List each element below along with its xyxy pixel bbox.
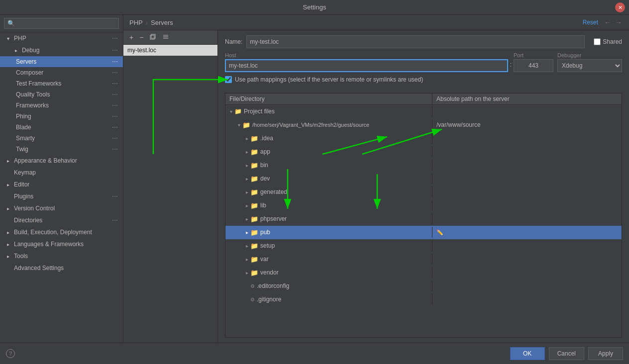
sidebar-item-directories[interactable]: Directories ⋯ [0,214,123,226]
sidebar-item-frameworks[interactable]: Frameworks ⋯ [0,100,123,111]
ok-button[interactable]: OK [510,347,545,360]
use-path-mappings-row: Use path mappings (select if the server … [225,76,622,83]
tree-row-editorconfig[interactable]: ⚙ .editorconfig [225,279,622,293]
settings-icon-plugins: ⋯ [112,193,119,200]
tree-row-var[interactable]: ▸ 📁 var [225,253,622,266]
sidebar-item-twig[interactable]: Twig ⋯ [0,144,123,155]
name-input[interactable] [246,35,585,48]
bin-icon: 📁 [250,162,258,169]
tree-row-app[interactable]: ▸ 📁 app [225,145,622,159]
tree-row-vendor[interactable]: ▸ 📁 vendor [225,266,622,279]
breadcrumb-php: PHP [129,19,143,26]
expand-bin[interactable]: ▸ [243,163,250,168]
host-input[interactable] [225,59,508,72]
cancel-button[interactable]: Cancel [549,347,584,360]
sidebar-item-servers[interactable]: Servers ⋯ [0,56,123,67]
bin-label: bin [260,162,268,169]
server-item[interactable]: my-test.loc [123,45,217,56]
expand-phpserver[interactable]: ▸ [243,216,250,222]
expand-lib[interactable]: ▸ [243,203,250,208]
sidebar-label-editor: Editor [14,181,29,188]
file-tree[interactable]: File/Directory Absolute path on the serv… [225,93,622,338]
tree-row-project-files[interactable]: ▾ 📁 Project files [225,105,622,118]
help-button[interactable]: ? [6,349,15,358]
shared-row: Shared [594,38,622,45]
expand-project-files[interactable]: ▾ [227,109,234,114]
settings-icon-quality: ⋯ [112,91,119,98]
debugger-label: Debugger [557,52,622,58]
port-input[interactable] [514,59,553,72]
sidebar-item-appearance[interactable]: ▸ Appearance & Behavior [0,155,123,167]
tree-row-generated[interactable]: ▸ 📁 generated [225,185,622,199]
forward-button[interactable]: → [614,18,623,26]
reset-button[interactable]: Reset [580,18,601,27]
sidebar-item-advanced[interactable]: Advanced Settings [0,262,123,274]
sidebar-label-phing: Phing [16,113,31,120]
tree-row-idea[interactable]: ▸ 📁 .idea [225,132,622,145]
sidebar-item-phing[interactable]: Phing ⋯ [0,111,123,122]
sidebar-item-tools[interactable]: ▸ Tools [0,250,123,262]
breadcrumb-separator: › [146,19,148,26]
port-label: Port [514,52,553,58]
tree-row-lib[interactable]: ▸ 📁 lib [225,199,622,212]
tree-row-bin[interactable]: ▸ 📁 bin [225,159,622,172]
idea-label: .idea [260,135,273,142]
settings-icon: ⋯ [112,35,119,42]
tree-row-setup[interactable]: ▸ 📁 setup [225,239,622,253]
sidebar-label-smarty: Smarty [16,135,35,142]
project-files-icon: 📁 [234,108,242,115]
expand-var[interactable]: ▸ [243,257,250,262]
expand-generated[interactable]: ▸ [243,189,250,195]
sidebar-label-languages: Languages & Frameworks [14,241,84,248]
sidebar-item-languages[interactable]: ▸ Languages & Frameworks [0,238,123,250]
tree-row-pub[interactable]: ▸ 📁 pub ✏️ [225,226,622,239]
tree-row-gitignore[interactable]: ⚙ .gitignore [225,293,622,306]
expand-dev[interactable]: ▸ [243,176,250,182]
expand-pub[interactable]: ▸ [243,230,250,235]
sidebar-item-quality-tools[interactable]: Quality Tools ⋯ [0,89,123,100]
add-server-button[interactable]: + [127,33,135,42]
tree-row-dev[interactable]: ▸ 📁 dev [225,172,622,185]
shared-checkbox[interactable] [594,38,601,45]
sidebar-item-version-control[interactable]: ▸ Version Control [0,202,123,214]
tree-row-phpserver[interactable]: ▸ 📁 phpserver [225,212,622,226]
expand-icon-lang: ▸ [4,240,12,248]
back-button[interactable]: ← [603,18,612,26]
expand-source[interactable]: ▾ [235,122,242,128]
title-bar: Settings ✕ [0,0,629,15]
servers-toolbar: + − [123,30,217,45]
expand-vendor[interactable]: ▸ [243,270,250,275]
sidebar-item-smarty[interactable]: Smarty ⋯ [0,133,123,144]
sidebar-label-quality-tools: Quality Tools [16,91,50,98]
remove-server-button[interactable]: − [137,33,145,42]
sidebar-item-build[interactable]: ▸ Build, Execution, Deployment [0,226,123,238]
tree-row-source[interactable]: ▾ 📁 /home/serj/Vagrant_VMs/m2fresh2/gues… [225,118,622,132]
move-server-button[interactable] [160,32,171,42]
expand-setup[interactable]: ▸ [243,243,250,249]
sidebar-item-plugins[interactable]: Plugins ⋯ [0,190,123,202]
settings-icon-smarty: ⋯ [112,135,119,142]
expand-idea[interactable]: ▸ [243,136,250,141]
apply-button[interactable]: Apply [588,347,623,360]
search-input[interactable] [4,18,119,29]
sidebar-item-blade[interactable]: Blade ⋯ [0,122,123,133]
sidebar-item-editor[interactable]: ▸ Editor [0,179,123,190]
app-label: app [260,148,270,155]
sidebar-item-debug[interactable]: ▸ Debug ⋯ [0,44,123,56]
host-port-row: Host : Port Debugger Xdeb [225,52,622,72]
sidebar-label-composer: Composer [16,69,43,76]
sidebar-item-keymap[interactable]: Keymap [0,167,123,179]
path-mappings-checkbox[interactable] [225,76,232,83]
sidebar-item-php[interactable]: ▾ PHP ⋯ [0,32,123,44]
copy-server-button[interactable] [147,32,158,42]
sidebar: ▾ PHP ⋯ ▸ Debug ⋯ Servers [0,15,123,343]
dev-icon: 📁 [250,175,258,182]
debugger-select[interactable]: Xdebug Zend Debugger [557,59,622,72]
sidebar-item-test-frameworks[interactable]: Test Frameworks ⋯ [0,78,123,89]
path-mappings-label: Use path mappings (select if the server … [235,76,423,83]
close-button[interactable]: ✕ [615,2,625,12]
col-file-directory: File/Directory [225,93,432,104]
settings-dialog: Settings ✕ ▾ PHP ⋯ [0,0,629,364]
expand-app[interactable]: ▸ [243,149,250,155]
sidebar-item-composer[interactable]: Composer ⋯ [0,67,123,78]
